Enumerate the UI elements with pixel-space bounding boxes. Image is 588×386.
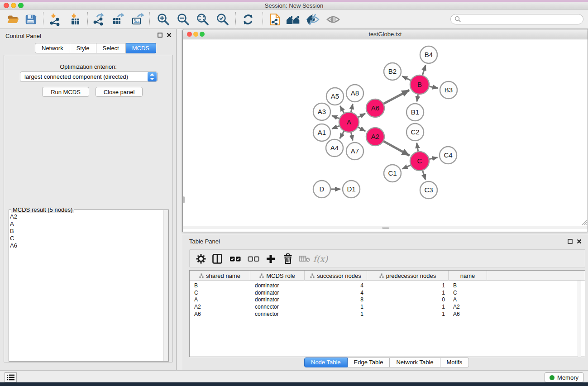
graph-node-C2[interactable]: C2 — [406, 124, 424, 141]
tab-select[interactable]: Select — [96, 43, 126, 53]
graph-node-A2[interactable]: A2 — [366, 128, 384, 146]
table-row[interactable]: A2connector11A2 — [190, 303, 585, 310]
zoom-fit-icon[interactable] — [195, 12, 210, 27]
table-row[interactable]: Adominator80A — [190, 296, 585, 303]
graph-node-D[interactable]: D — [313, 181, 330, 198]
graph-node-A[interactable]: A — [339, 112, 359, 132]
delete-column-trash-icon[interactable] — [280, 252, 296, 266]
zoom-out-icon[interactable] — [176, 12, 191, 27]
table-cell: A6 — [453, 310, 460, 318]
zoom-window-button[interactable] — [18, 3, 24, 8]
float-panel-icon[interactable] — [158, 33, 163, 38]
graph-node-D1[interactable]: D1 — [343, 181, 360, 198]
close-window-button[interactable] — [4, 3, 9, 8]
graph-node-A5[interactable]: A5 — [326, 88, 344, 105]
column-header-successor-nodes[interactable]: successor nodes — [305, 271, 367, 281]
graph-node-B[interactable]: B — [410, 75, 429, 94]
table-scrollbar[interactable] — [578, 281, 581, 357]
float-panel-icon[interactable] — [568, 239, 573, 244]
memory-button[interactable]: Memory — [545, 372, 583, 382]
network-hscroll-thumb[interactable] — [382, 227, 389, 229]
svg-text:A: A — [347, 118, 351, 126]
graph-node-B1[interactable]: B1 — [406, 104, 424, 121]
network-canvas[interactable]: B4B2BB3A8A5A6A3B1AA1C2A2A4A7C4CC1C3DD1 — [183, 39, 588, 229]
svg-text:C1: C1 — [388, 169, 397, 177]
graph-node-A3[interactable]: A3 — [313, 103, 330, 120]
export-table-icon[interactable] — [110, 12, 126, 27]
graph-node-C1[interactable]: C1 — [384, 165, 401, 182]
search-field[interactable] — [450, 14, 583, 24]
network-zoom-button[interactable] — [200, 32, 205, 37]
network-hscrollbar[interactable] — [183, 226, 588, 229]
graph-node-A7[interactable]: A7 — [346, 143, 363, 160]
graph-node-C4[interactable]: C4 — [440, 147, 457, 164]
table-row[interactable]: Cdominator41C — [190, 289, 585, 296]
graph-node-C[interactable]: C — [410, 152, 429, 171]
minimize-window-button[interactable] — [11, 3, 16, 8]
tab-style[interactable]: Style — [70, 43, 96, 53]
tab-mcds[interactable]: MCDS — [126, 43, 156, 53]
mcds-result-list[interactable]: A2ABCA6 — [10, 213, 17, 249]
column-header-predecessor-nodes[interactable]: predecessor nodes — [367, 271, 449, 281]
tab-network-table[interactable]: Network Table — [390, 357, 440, 367]
tab-network[interactable]: Network — [35, 43, 70, 53]
show-details-icon[interactable] — [325, 12, 341, 27]
close-panel-icon[interactable] — [167, 33, 172, 38]
svg-text:B: B — [417, 81, 422, 88]
table-row[interactable]: A6connector11A6 — [190, 310, 585, 318]
search-input[interactable] — [461, 16, 574, 23]
network-file-icon[interactable] — [267, 12, 282, 27]
network-window-titlebar[interactable]: testGlobe.txt — [183, 29, 588, 39]
mcds-result-item[interactable]: C — [10, 235, 17, 242]
close-panel-icon[interactable] — [577, 239, 582, 244]
tab-motifs[interactable]: Motifs — [440, 357, 469, 367]
mcds-result-item[interactable]: A6 — [10, 242, 17, 249]
export-image-icon[interactable] — [130, 12, 145, 27]
graph-node-A8[interactable]: A8 — [346, 85, 363, 102]
close-panel-button[interactable]: Close panel — [96, 87, 143, 97]
graph-node-A6[interactable]: A6 — [366, 99, 384, 117]
column-header-shared-name[interactable]: shared name — [190, 271, 250, 281]
mcds-result-item[interactable]: A2 — [10, 213, 17, 220]
add-column-plus-icon[interactable] — [263, 252, 278, 266]
network-close-button[interactable] — [187, 32, 192, 37]
import-table-icon[interactable] — [67, 12, 83, 27]
graph-node-B2[interactable]: B2 — [384, 63, 401, 80]
mcds-result-item[interactable]: A — [10, 220, 17, 228]
open-file-icon[interactable] — [5, 12, 21, 27]
network-vscroll-thumb[interactable] — [183, 196, 185, 203]
result-scrollbar[interactable] — [163, 210, 168, 361]
table-settings-gear-icon[interactable] — [193, 252, 209, 266]
deselect-all-icon[interactable] — [246, 252, 261, 266]
function-builder-icon[interactable]: f(x) — [313, 252, 328, 266]
mcds-result-item[interactable]: B — [10, 228, 17, 235]
zoom-selected-icon[interactable] — [215, 12, 230, 27]
graph-node-A4[interactable]: A4 — [326, 139, 343, 157]
hide-details-icon[interactable] — [305, 12, 320, 27]
table-row[interactable]: Bdominator41B — [190, 282, 585, 289]
graph-edge-A2-C — [383, 141, 410, 156]
zoom-in-icon[interactable] — [156, 12, 171, 27]
graph-node-B3[interactable]: B3 — [440, 81, 457, 99]
column-header-name[interactable]: name — [449, 271, 487, 281]
tab-node-table[interactable]: Node Table — [304, 357, 348, 367]
graph-node-C3[interactable]: C3 — [420, 181, 437, 199]
resize-grip-icon[interactable] — [580, 219, 587, 225]
run-mcds-button[interactable]: Run MCDS — [42, 87, 89, 97]
select-all-icon[interactable] — [228, 252, 243, 266]
task-history-button[interactable] — [5, 372, 17, 382]
graph-node-A1[interactable]: A1 — [313, 124, 330, 141]
delete-table-icon[interactable] — [297, 252, 312, 266]
graph-node-B4[interactable]: B4 — [420, 46, 437, 63]
save-session-icon[interactable] — [23, 12, 38, 27]
network-minimize-button[interactable] — [193, 32, 198, 37]
tab-edge-table[interactable]: Edge Table — [348, 357, 390, 367]
home-icon[interactable] — [286, 12, 301, 27]
optimization-criterion-dropdown[interactable]: largest connected component (directed) — [20, 71, 158, 82]
show-columns-icon[interactable] — [210, 252, 225, 266]
export-network-icon[interactable] — [91, 12, 106, 27]
import-network-icon[interactable] — [47, 12, 62, 27]
toolbar-separator — [87, 12, 88, 27]
refresh-icon[interactable] — [240, 12, 256, 27]
column-header-MCDS-role[interactable]: MCDS role — [250, 271, 305, 281]
